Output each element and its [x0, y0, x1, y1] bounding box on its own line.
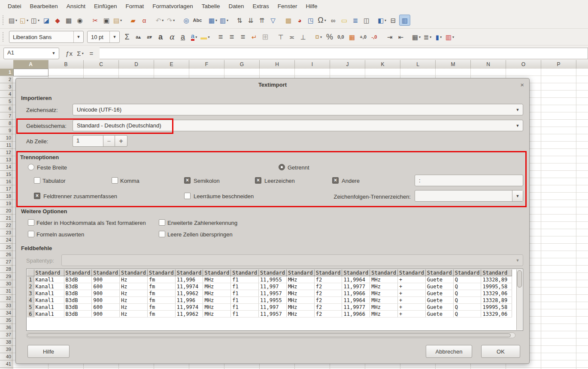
center-vertically-icon[interactable]: ≍: [287, 32, 297, 42]
detect-numbers-label[interactable]: Erweiterte Zahlenerkennung: [167, 220, 237, 226]
menu-item-datei[interactable]: Datei: [3, 1, 26, 11]
space-label[interactable]: Leerzeichen: [264, 178, 295, 184]
special-character-icon[interactable]: Ω▾: [317, 15, 327, 25]
row-header-38[interactable]: 38: [0, 339, 13, 346]
row-header-36[interactable]: 36: [0, 324, 13, 331]
menu-item-fenster[interactable]: Fenster: [273, 1, 302, 11]
row-header-28[interactable]: 28: [0, 266, 13, 273]
fixed-width-label[interactable]: Feste Breite: [37, 164, 67, 171]
print-preview-icon[interactable]: ◉: [75, 15, 85, 25]
preview-column-header-9[interactable]: Standard: [259, 269, 287, 276]
row-header-39[interactable]: 39: [0, 346, 13, 353]
skip-empty-cells-checkbox[interactable]: [159, 231, 165, 237]
chevron-down-icon[interactable]: ▼: [512, 120, 523, 131]
fixed-width-radio[interactable]: [28, 164, 34, 170]
row-header-35[interactable]: 35: [0, 317, 13, 324]
preview-column-header-17[interactable]: Standard: [481, 269, 512, 276]
preview-column-header-3[interactable]: Standard: [92, 269, 120, 276]
column-header-a[interactable]: A: [13, 60, 48, 69]
row-header-37[interactable]: 37: [0, 331, 13, 339]
row-header-20[interactable]: 20: [0, 207, 13, 215]
preview-vertical-scrollbar[interactable]: [516, 269, 522, 330]
copy-icon[interactable]: ▣: [101, 15, 112, 25]
percent-format-icon[interactable]: %: [324, 32, 335, 42]
new-document-icon[interactable]: ▤▾: [8, 15, 18, 25]
preview-column-header-12[interactable]: Standard: [342, 269, 370, 276]
undo-icon[interactable]: ↶▾: [155, 15, 165, 25]
menu-item-formatvorlagen[interactable]: Formatvorlagen: [148, 1, 197, 11]
align-right-icon[interactable]: ≡: [238, 32, 248, 42]
tab-label[interactable]: Tabulator: [42, 178, 65, 184]
sidebar-icon[interactable]: ▥: [399, 15, 410, 26]
wrap-text-icon[interactable]: ↵: [249, 32, 259, 42]
row-header-11[interactable]: 11: [0, 142, 13, 149]
row-header-1[interactable]: 1: [0, 69, 13, 76]
column-header-j[interactable]: J: [330, 60, 365, 69]
row-header-10[interactable]: 10: [0, 134, 13, 142]
clone-formatting-icon[interactable]: ▰: [128, 15, 138, 25]
cancel-button[interactable]: Abbrechen: [426, 345, 472, 358]
help-button[interactable]: Hilfe: [27, 345, 70, 358]
clear-formatting-icon[interactable]: α: [139, 15, 149, 25]
row-header-23[interactable]: 23: [0, 229, 13, 236]
date-format-icon[interactable]: ▦: [347, 32, 357, 42]
insert-chart-icon[interactable]: ◕: [294, 15, 305, 25]
align-left-icon[interactable]: ≡: [215, 32, 226, 42]
name-box[interactable]: A1 ▼: [3, 48, 59, 59]
other-label[interactable]: Andere: [342, 178, 360, 184]
export-pdf-icon[interactable]: ◆: [52, 15, 63, 25]
freeze-panes-icon[interactable]: ◧▾: [377, 15, 387, 25]
function-wizard-icon[interactable]: ƒx: [64, 48, 74, 58]
border-color-icon[interactable]: ▮▾: [433, 32, 444, 42]
row-header-5[interactable]: 5: [0, 98, 13, 105]
toolbar-handle[interactable]: [3, 15, 6, 25]
row-header-33[interactable]: 33: [0, 302, 13, 309]
insert-textbox-icon[interactable]: ≣: [350, 15, 361, 25]
row-header-40[interactable]: 40: [0, 353, 13, 360]
scrollbar-thumb[interactable]: [517, 270, 522, 287]
scrollbar-thumb[interactable]: [27, 333, 511, 337]
formula-input[interactable]: [100, 48, 588, 59]
menu-item-tabelle[interactable]: Tabelle: [197, 1, 224, 11]
column-header-p[interactable]: P: [541, 60, 576, 69]
row-header-8[interactable]: 8: [0, 120, 13, 127]
charset-dropdown[interactable]: Unicode (UTF-16) ▼: [73, 104, 523, 115]
column-header-m[interactable]: M: [436, 60, 471, 69]
preview-horizontal-scrollbar[interactable]: [26, 333, 515, 338]
print-icon[interactable]: ▦: [64, 15, 74, 25]
sort-ascending-icon[interactable]: ⇈: [257, 15, 267, 25]
merge-delimiters-checkbox[interactable]: [34, 193, 40, 199]
save-as-icon[interactable]: ◪: [41, 15, 52, 25]
column-header-h[interactable]: H: [260, 60, 295, 69]
preview-column-header-2[interactable]: Standard: [64, 269, 92, 276]
row-header-31[interactable]: 31: [0, 287, 13, 295]
save-document-icon[interactable]: ◫▾: [30, 15, 40, 25]
insert-image-icon[interactable]: ▩: [283, 15, 294, 25]
find-replace-icon[interactable]: ◎: [181, 15, 191, 25]
sort-descending-icon[interactable]: ⇊: [246, 15, 256, 25]
equals-icon[interactable]: =: [86, 48, 97, 58]
preview-column-header-13[interactable]: Standard: [370, 269, 398, 276]
column-header-f[interactable]: F: [189, 60, 224, 69]
redo-icon[interactable]: ↷▾: [166, 15, 176, 25]
cell-background-icon[interactable]: ▥▾: [445, 32, 455, 42]
other-separator-input[interactable]: :: [415, 175, 523, 186]
merge-delimiters-label[interactable]: Feldtrenner zusammenfassen: [43, 193, 117, 200]
row-header-4[interactable]: 4: [0, 91, 13, 98]
string-delimiter-combobox[interactable]: ▼: [415, 190, 523, 202]
currency-format-icon[interactable]: ¤▾: [313, 32, 324, 42]
row-header-25[interactable]: 25: [0, 244, 13, 251]
number-format-icon[interactable]: 0,0: [336, 32, 346, 42]
separated-label[interactable]: Getrennt: [288, 164, 309, 171]
column-header-k[interactable]: K: [365, 60, 400, 69]
row-header-13[interactable]: 13: [0, 156, 13, 163]
chevron-down-icon[interactable]: ▼: [73, 31, 83, 42]
row-header-7[interactable]: 7: [0, 112, 13, 120]
space-checkbox[interactable]: [255, 177, 261, 184]
preview-column-header-16[interactable]: Standard: [453, 269, 481, 276]
column-header-o[interactable]: O: [506, 60, 541, 69]
column-header-l[interactable]: L: [400, 60, 436, 69]
cut-icon[interactable]: ✂: [90, 15, 100, 25]
insert-column-icon[interactable]: ▥▾: [219, 15, 229, 25]
select-all-corner[interactable]: [0, 60, 14, 69]
